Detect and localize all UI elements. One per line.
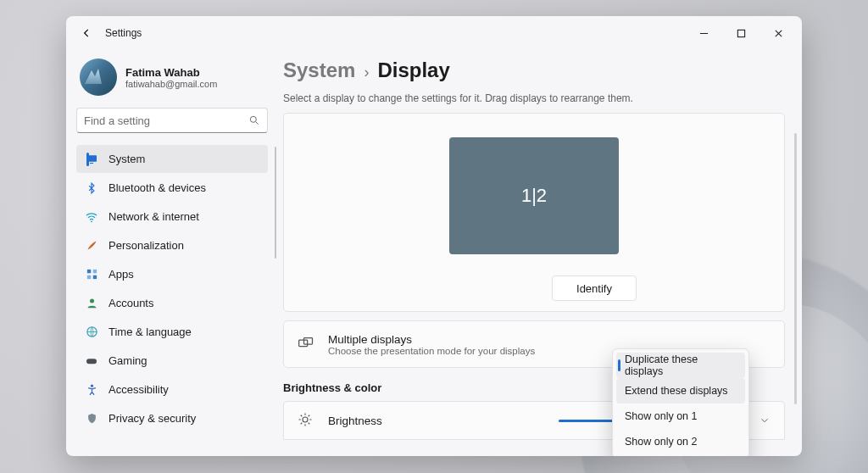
sidebar-item-label: Personalization (108, 239, 184, 252)
svg-point-12 (90, 385, 92, 387)
sidebar-item-label: System (108, 153, 145, 165)
svg-rect-3 (90, 163, 93, 164)
sidebar-item-accessibility[interactable]: Accessibility (76, 376, 268, 403)
svg-point-9 (90, 299, 94, 303)
titlebar: Settings (66, 16, 802, 50)
dropdown-option-show-2[interactable]: Show only on 2 (616, 429, 745, 454)
nav-list: System Bluetooth & devices Network & int… (76, 145, 268, 432)
avatar (80, 58, 117, 96)
svg-rect-14 (304, 338, 313, 345)
main-content: System › Display Select a display to cha… (278, 50, 802, 456)
sidebar-item-label: Time & language (108, 326, 192, 338)
card-subtitle: Choose the presentation mode for your di… (328, 346, 535, 356)
app-title: Settings (105, 27, 142, 39)
card-title: Multiple displays (328, 333, 535, 346)
maximize-icon (737, 29, 746, 38)
apps-icon (85, 268, 98, 281)
wifi-icon (85, 210, 98, 224)
sidebar-item-bluetooth[interactable]: Bluetooth & devices (76, 174, 268, 202)
dropdown-option-duplicate[interactable]: Duplicate these displays (616, 353, 745, 378)
svg-point-15 (303, 417, 308, 422)
brightness-icon (298, 412, 314, 429)
svg-rect-0 (737, 30, 744, 36)
minimize-icon (699, 29, 709, 38)
nav-scroll-indicator (275, 147, 276, 259)
close-icon (774, 29, 783, 38)
sidebar-item-gaming[interactable]: Gaming (76, 347, 268, 375)
sidebar-item-label: Apps (108, 268, 134, 281)
page-subtitle: Select a display to change the settings … (283, 92, 785, 104)
presentation-mode-dropdown[interactable]: Duplicate these displays Extend these di… (612, 348, 749, 456)
close-button[interactable] (760, 20, 797, 46)
window-controls (685, 20, 797, 46)
profile-email: fatiwahab@gmail.com (125, 79, 217, 89)
person-icon (85, 297, 98, 310)
bluetooth-icon (85, 181, 98, 195)
accessibility-icon (85, 383, 98, 397)
svg-rect-8 (92, 275, 96, 279)
settings-window: Settings Fatima Wahab fatiwahab@gmail.co… (66, 16, 802, 456)
sidebar-item-label: Bluetooth & devices (108, 181, 206, 194)
chevron-right-icon: › (364, 64, 369, 81)
dropdown-option-extend[interactable]: Extend these displays (616, 378, 745, 403)
svg-rect-7 (86, 275, 90, 279)
search-icon (248, 114, 260, 126)
sidebar-item-label: Privacy & security (108, 412, 196, 425)
breadcrumb-parent[interactable]: System (283, 58, 355, 82)
minimize-button[interactable] (685, 20, 722, 46)
sidebar-item-accounts[interactable]: Accounts (76, 289, 268, 317)
dropdown-option-show-1[interactable]: Show only on 1 (616, 403, 745, 429)
profile-name: Fatima Wahab (125, 66, 217, 79)
brightness-label: Brightness (328, 415, 382, 427)
gamepad-icon (85, 354, 98, 368)
search-box[interactable] (76, 108, 268, 133)
sidebar-item-system[interactable]: System (76, 145, 268, 173)
sidebar-item-privacy[interactable]: Privacy & security (76, 404, 268, 432)
sidebar-item-label: Accessibility (108, 383, 169, 396)
chevron-down-icon[interactable] (759, 415, 771, 426)
brush-icon (85, 239, 98, 253)
sidebar-item-network[interactable]: Network & internet (76, 203, 268, 231)
display-tile-label: 1|2 (521, 185, 547, 207)
sidebar-item-label: Gaming (108, 354, 147, 367)
sidebar-item-label: Network & internet (108, 210, 199, 223)
shield-icon (85, 412, 98, 426)
arrow-left-icon (81, 27, 92, 39)
sidebar: Fatima Wahab fatiwahab@gmail.com System (66, 50, 278, 456)
svg-point-4 (91, 220, 92, 222)
display-tile[interactable]: 1|2 (449, 137, 619, 254)
sidebar-item-personalization[interactable]: Personalization (76, 231, 268, 259)
breadcrumb: System › Display (283, 58, 785, 82)
svg-rect-6 (92, 270, 96, 273)
svg-rect-13 (299, 340, 308, 347)
scrollbar[interactable] (794, 133, 797, 404)
globe-icon (85, 326, 98, 339)
breadcrumb-current: Display (377, 58, 449, 82)
multiple-displays-icon (298, 336, 314, 353)
profile-block[interactable]: Fatima Wahab fatiwahab@gmail.com (76, 55, 268, 108)
identify-button[interactable]: Identify (552, 275, 637, 301)
search-input[interactable] (84, 114, 248, 127)
display-arrangement-area[interactable]: 1|2 Identify (283, 113, 785, 312)
back-button[interactable] (75, 21, 98, 45)
sidebar-item-label: Accounts (108, 297, 153, 309)
svg-rect-5 (86, 270, 90, 273)
sidebar-item-apps[interactable]: Apps (76, 260, 268, 288)
maximize-button[interactable] (722, 20, 760, 46)
svg-point-1 (250, 116, 256, 122)
sidebar-item-time-language[interactable]: Time & language (76, 318, 268, 346)
svg-rect-11 (86, 359, 97, 364)
